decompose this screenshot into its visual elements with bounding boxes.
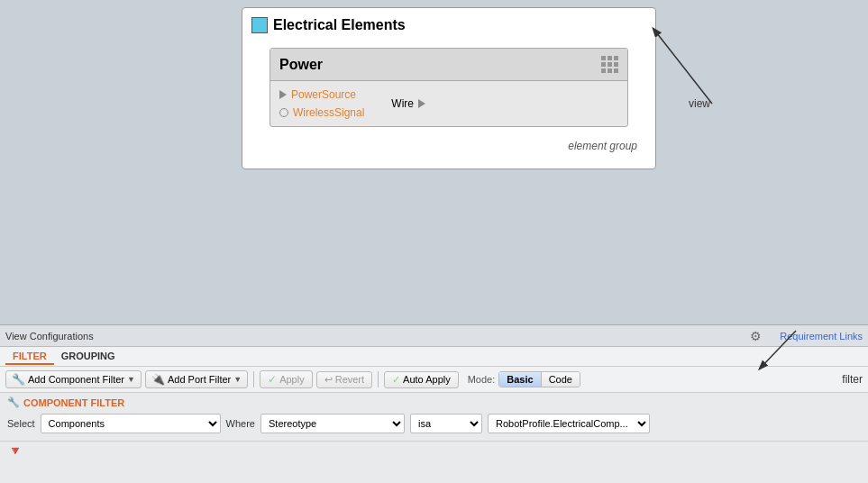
mode-basic-button[interactable]: Basic xyxy=(499,372,541,387)
auto-apply-check-icon: ✓ xyxy=(392,374,400,386)
filter-funnel-icon: 🔻 xyxy=(7,443,23,458)
mode-code-button[interactable]: Code xyxy=(542,372,580,387)
profile-select[interactable]: RobotProfile.ElectricalComp... xyxy=(488,414,650,433)
view-label: view xyxy=(689,97,710,110)
power-source-item: PowerSource xyxy=(279,88,364,101)
electrical-elements-box: Electrical Elements Power xyxy=(242,7,656,169)
mode-label: Mode: xyxy=(468,374,496,385)
tab-grouping[interactable]: GROUPING xyxy=(54,349,123,365)
dropdown-arrow-icon: ▼ xyxy=(127,375,135,384)
wire-label: Wire xyxy=(391,97,414,110)
stereotype-select[interactable]: Stereotype xyxy=(260,414,405,433)
wire-arrow-icon xyxy=(418,99,425,108)
revert-icon: ↩ xyxy=(324,374,333,386)
power-content: PowerSource WirelessSignal Wire xyxy=(270,81,627,126)
where-label: Where xyxy=(226,418,255,429)
svg-line-0 xyxy=(653,29,712,104)
arrow-right-icon xyxy=(279,90,287,99)
element-group-label: element group xyxy=(251,136,646,159)
check-icon: ✓ xyxy=(268,373,277,386)
add-component-filter-button[interactable]: 🔧 Add Component Filter ▼ xyxy=(5,370,142,388)
ee-icon xyxy=(251,17,268,33)
component-filter-label: COMPONENT FILTER xyxy=(23,397,124,408)
electrical-elements-title: Electrical Elements xyxy=(273,17,406,33)
filter-bottom-row: 🔻 xyxy=(0,442,868,460)
apply-button[interactable]: ✓ Apply xyxy=(260,370,313,388)
components-select[interactable]: Components xyxy=(41,414,221,433)
dropdown-arrow-icon2: ▼ xyxy=(233,375,242,384)
toolbar-row: 🔧 Add Component Filter ▼ 🔌 Add Port Filt… xyxy=(0,367,868,393)
add-port-filter-label: Add Port Filter xyxy=(168,374,231,385)
view-annotation: view xyxy=(689,97,710,110)
panel-title: View Configurations xyxy=(5,331,94,342)
filter-annotation-label: filter xyxy=(842,373,863,386)
power-left: PowerSource WirelessSignal xyxy=(279,88,364,119)
port-filter-icon: 🔌 xyxy=(151,373,165,386)
add-component-filter-label: Add Component Filter xyxy=(28,374,124,385)
bottom-panel: View Configurations ⚙ Requirement Links … xyxy=(0,324,868,483)
component-filter-icon: 🔧 xyxy=(12,373,25,386)
revert-button[interactable]: ↩ Revert xyxy=(316,371,372,388)
power-box: Power PowerSource xyxy=(251,48,646,127)
apply-label: Apply xyxy=(279,374,305,385)
separator-2 xyxy=(378,371,379,387)
component-filter-section: 🔧 COMPONENT FILTER Select Components Whe… xyxy=(0,393,868,442)
revert-label: Revert xyxy=(335,374,364,385)
mode-button-group: Basic Code xyxy=(498,371,580,387)
component-filter-title: 🔧 COMPONENT FILTER xyxy=(7,396,861,408)
power-source-label: PowerSource xyxy=(291,88,356,101)
filter-row: Select Components Where Stereotype isa R… xyxy=(7,408,861,437)
canvas-area: Electrical Elements Power xyxy=(0,0,868,324)
auto-apply-button[interactable]: ✓ Auto Apply xyxy=(384,371,459,388)
requirement-links[interactable]: Requirement Links xyxy=(780,331,863,342)
power-title: Power xyxy=(279,57,323,73)
electrical-elements-header: Electrical Elements xyxy=(251,17,646,39)
separator-1 xyxy=(253,371,254,387)
filter-grouping-row: FILTER GROUPING xyxy=(0,347,868,367)
power-right: Wire xyxy=(391,88,425,119)
tab-filter[interactable]: FILTER xyxy=(5,349,54,365)
wireless-signal-item: WirelessSignal xyxy=(279,106,364,119)
component-filter-icon2: 🔧 xyxy=(7,396,20,408)
power-group: Power PowerSource xyxy=(270,48,628,127)
power-grid-icon xyxy=(601,56,618,73)
operator-select[interactable]: isa xyxy=(410,414,482,433)
power-header: Power xyxy=(270,49,627,81)
wireless-signal-label: WirelessSignal xyxy=(293,106,364,119)
panel-tabs-row: View Configurations ⚙ Requirement Links xyxy=(0,325,868,347)
select-label: Select xyxy=(7,418,35,429)
circle-icon xyxy=(279,108,288,117)
gear-icon[interactable]: ⚙ xyxy=(750,329,762,343)
auto-apply-label: Auto Apply xyxy=(403,374,451,385)
add-port-filter-button[interactable]: 🔌 Add Port Filter ▼ xyxy=(145,370,248,388)
